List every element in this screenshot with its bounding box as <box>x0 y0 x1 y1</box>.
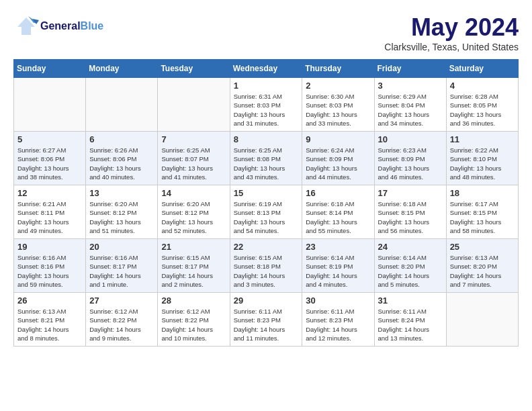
day-number: 30 <box>306 295 370 306</box>
calendar-cell <box>86 78 158 132</box>
calendar-cell: 4Sunrise: 6:28 AM Sunset: 8:05 PM Daylig… <box>446 78 518 132</box>
day-number: 26 <box>17 295 82 306</box>
day-number: 13 <box>89 188 154 198</box>
day-number: 2 <box>306 81 370 91</box>
month-title: May 2024 <box>384 13 519 42</box>
calendar-cell: 19Sunrise: 6:16 AM Sunset: 8:16 PM Dayli… <box>14 239 86 293</box>
cell-info: Sunrise: 6:26 AM Sunset: 8:06 PM Dayligh… <box>89 146 154 181</box>
column-header-tuesday: Tuesday <box>158 60 230 78</box>
day-number: 21 <box>161 242 226 252</box>
title-area: May 2024 Clarksville, Texas, United Stat… <box>384 13 519 52</box>
calendar-cell: 14Sunrise: 6:20 AM Sunset: 8:12 PM Dayli… <box>158 185 230 239</box>
calendar-cell: 9Sunrise: 6:24 AM Sunset: 8:09 PM Daylig… <box>302 132 374 185</box>
cell-info: Sunrise: 6:13 AM Sunset: 8:20 PM Dayligh… <box>450 253 515 289</box>
cell-info: Sunrise: 6:29 AM Sunset: 8:04 PM Dayligh… <box>378 92 443 128</box>
calendar-cell: 25Sunrise: 6:13 AM Sunset: 8:20 PM Dayli… <box>446 239 518 293</box>
day-number: 29 <box>234 295 299 306</box>
calendar-cell: 28Sunrise: 6:12 AM Sunset: 8:22 PM Dayli… <box>158 293 230 347</box>
calendar-cell: 27Sunrise: 6:12 AM Sunset: 8:22 PM Dayli… <box>86 293 158 347</box>
cell-info: Sunrise: 6:13 AM Sunset: 8:21 PM Dayligh… <box>17 307 82 342</box>
calendar-cell <box>158 78 230 132</box>
location-subtitle: Clarksville, Texas, United States <box>384 42 519 52</box>
column-header-wednesday: Wednesday <box>230 60 302 78</box>
cell-info: Sunrise: 6:16 AM Sunset: 8:17 PM Dayligh… <box>89 253 154 289</box>
calendar-header-row: SundayMondayTuesdayWednesdayThursdayFrid… <box>14 60 519 78</box>
cell-info: Sunrise: 6:12 AM Sunset: 8:22 PM Dayligh… <box>89 307 154 342</box>
calendar-cell: 13Sunrise: 6:20 AM Sunset: 8:12 PM Dayli… <box>86 185 158 239</box>
day-number: 5 <box>17 134 82 144</box>
day-number: 17 <box>378 188 443 198</box>
day-number: 15 <box>234 188 299 198</box>
column-header-friday: Friday <box>374 60 446 78</box>
day-number: 14 <box>161 188 226 198</box>
calendar-cell: 6Sunrise: 6:26 AM Sunset: 8:06 PM Daylig… <box>86 132 158 185</box>
calendar-cell <box>14 78 86 132</box>
cell-info: Sunrise: 6:30 AM Sunset: 8:03 PM Dayligh… <box>306 92 370 128</box>
day-number: 7 <box>161 134 226 144</box>
cell-info: Sunrise: 6:18 AM Sunset: 8:14 PM Dayligh… <box>306 199 370 235</box>
day-number: 3 <box>378 81 443 91</box>
day-number: 8 <box>234 134 299 144</box>
column-header-thursday: Thursday <box>302 60 374 78</box>
calendar-cell: 16Sunrise: 6:18 AM Sunset: 8:14 PM Dayli… <box>302 185 374 239</box>
day-number: 4 <box>450 81 515 91</box>
calendar-cell: 31Sunrise: 6:11 AM Sunset: 8:24 PM Dayli… <box>374 293 446 347</box>
cell-info: Sunrise: 6:19 AM Sunset: 8:13 PM Dayligh… <box>234 199 299 235</box>
cell-info: Sunrise: 6:11 AM Sunset: 8:23 PM Dayligh… <box>234 307 299 342</box>
calendar-week-row: 5Sunrise: 6:27 AM Sunset: 8:06 PM Daylig… <box>14 132 519 185</box>
cell-info: Sunrise: 6:25 AM Sunset: 8:08 PM Dayligh… <box>234 146 299 181</box>
calendar-cell: 8Sunrise: 6:25 AM Sunset: 8:08 PM Daylig… <box>230 132 302 185</box>
day-number: 9 <box>306 134 370 144</box>
day-number: 24 <box>378 242 443 252</box>
calendar-cell: 15Sunrise: 6:19 AM Sunset: 8:13 PM Dayli… <box>230 185 302 239</box>
day-number: 19 <box>17 242 82 252</box>
column-header-saturday: Saturday <box>446 60 518 78</box>
cell-info: Sunrise: 6:20 AM Sunset: 8:12 PM Dayligh… <box>89 199 154 235</box>
calendar-week-row: 1Sunrise: 6:31 AM Sunset: 8:03 PM Daylig… <box>14 78 519 132</box>
calendar-week-row: 26Sunrise: 6:13 AM Sunset: 8:21 PM Dayli… <box>14 293 519 347</box>
calendar-cell: 12Sunrise: 6:21 AM Sunset: 8:11 PM Dayli… <box>14 185 86 239</box>
logo-icon <box>13 13 39 39</box>
day-number: 31 <box>378 295 443 306</box>
day-number: 23 <box>306 242 370 252</box>
calendar-cell: 1Sunrise: 6:31 AM Sunset: 8:03 PM Daylig… <box>230 78 302 132</box>
calendar-cell: 10Sunrise: 6:23 AM Sunset: 8:09 PM Dayli… <box>374 132 446 185</box>
cell-info: Sunrise: 6:28 AM Sunset: 8:05 PM Dayligh… <box>450 92 515 128</box>
day-number: 6 <box>89 134 154 144</box>
cell-info: Sunrise: 6:15 AM Sunset: 8:17 PM Dayligh… <box>161 253 226 289</box>
cell-info: Sunrise: 6:21 AM Sunset: 8:11 PM Dayligh… <box>17 199 82 235</box>
cell-info: Sunrise: 6:23 AM Sunset: 8:09 PM Dayligh… <box>378 146 443 181</box>
calendar-cell: 3Sunrise: 6:29 AM Sunset: 8:04 PM Daylig… <box>374 78 446 132</box>
cell-info: Sunrise: 6:15 AM Sunset: 8:18 PM Dayligh… <box>234 253 299 289</box>
cell-info: Sunrise: 6:27 AM Sunset: 8:06 PM Dayligh… <box>17 146 82 181</box>
calendar-cell: 24Sunrise: 6:14 AM Sunset: 8:20 PM Dayli… <box>374 239 446 293</box>
logo-text: GeneralBlue <box>40 20 103 32</box>
calendar-cell: 23Sunrise: 6:14 AM Sunset: 8:19 PM Dayli… <box>302 239 374 293</box>
day-number: 12 <box>17 188 82 198</box>
day-number: 10 <box>378 134 443 144</box>
cell-info: Sunrise: 6:16 AM Sunset: 8:16 PM Dayligh… <box>17 253 82 289</box>
calendar-cell: 2Sunrise: 6:30 AM Sunset: 8:03 PM Daylig… <box>302 78 374 132</box>
cell-info: Sunrise: 6:24 AM Sunset: 8:09 PM Dayligh… <box>306 146 370 181</box>
calendar-cell: 29Sunrise: 6:11 AM Sunset: 8:23 PM Dayli… <box>230 293 302 347</box>
calendar-week-row: 12Sunrise: 6:21 AM Sunset: 8:11 PM Dayli… <box>14 185 519 239</box>
day-number: 28 <box>161 295 226 306</box>
calendar-cell: 30Sunrise: 6:11 AM Sunset: 8:23 PM Dayli… <box>302 293 374 347</box>
cell-info: Sunrise: 6:20 AM Sunset: 8:12 PM Dayligh… <box>161 199 226 235</box>
column-header-monday: Monday <box>86 60 158 78</box>
calendar-cell: 26Sunrise: 6:13 AM Sunset: 8:21 PM Dayli… <box>14 293 86 347</box>
day-number: 22 <box>234 242 299 252</box>
cell-info: Sunrise: 6:17 AM Sunset: 8:15 PM Dayligh… <box>450 199 515 235</box>
day-number: 11 <box>450 134 515 144</box>
day-number: 27 <box>89 295 154 306</box>
cell-info: Sunrise: 6:31 AM Sunset: 8:03 PM Dayligh… <box>234 92 299 128</box>
cell-info: Sunrise: 6:14 AM Sunset: 8:19 PM Dayligh… <box>306 253 370 289</box>
page-header: GeneralBlue May 2024 Clarksville, Texas,… <box>13 13 519 52</box>
cell-info: Sunrise: 6:14 AM Sunset: 8:20 PM Dayligh… <box>378 253 443 289</box>
day-number: 1 <box>234 81 299 91</box>
calendar-table: SundayMondayTuesdayWednesdayThursdayFrid… <box>13 59 519 347</box>
day-number: 16 <box>306 188 370 198</box>
calendar-cell: 7Sunrise: 6:25 AM Sunset: 8:07 PM Daylig… <box>158 132 230 185</box>
cell-info: Sunrise: 6:12 AM Sunset: 8:22 PM Dayligh… <box>161 307 226 342</box>
calendar-cell: 21Sunrise: 6:15 AM Sunset: 8:17 PM Dayli… <box>158 239 230 293</box>
